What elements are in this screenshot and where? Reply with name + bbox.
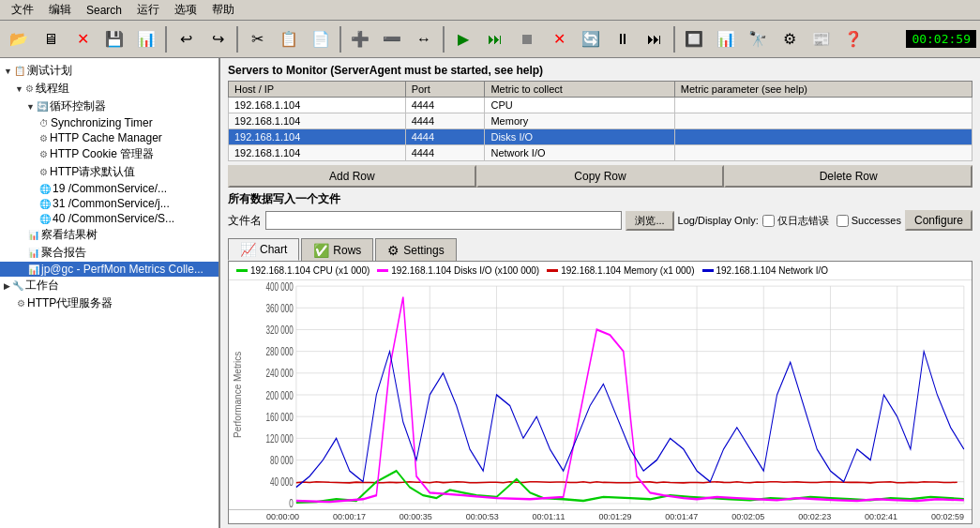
legend-label: 192.168.1.104 Network I/O <box>716 265 829 276</box>
toolbar-redo[interactable]: ↪ <box>203 24 233 54</box>
toolbar-help[interactable]: ❓ <box>838 24 868 54</box>
tree-label-14: HTTP代理服务器 <box>27 295 113 311</box>
tab-settings[interactable]: ⚙ Settings <box>375 238 456 261</box>
tree-icon-8: 🌐 <box>39 199 51 209</box>
legend-item: 192.168.1.104 Memory (x1 000) <box>547 265 694 276</box>
toolbar-remote-start[interactable]: 🔄 <box>576 24 606 54</box>
tree-icon-13: 🔧 <box>12 280 23 291</box>
tree-item-perfmon[interactable]: 📊 jp@gc - PerfMon Metrics Colle... <box>0 262 219 277</box>
menu-edit[interactable]: 编辑 <box>41 0 79 20</box>
filename-input[interactable] <box>265 211 622 230</box>
browse-button[interactable]: 浏览... <box>626 211 673 231</box>
configure-button[interactable]: Configure <box>905 210 972 231</box>
tree-item-results-tree[interactable]: 📊 察看结果树 <box>0 226 219 244</box>
tree-item-thread-group[interactable]: ▼ ⚙ 线程组 <box>0 80 219 98</box>
table-cell <box>674 113 972 129</box>
table-cell: 192.168.1.104 <box>229 113 406 129</box>
toolbar-remote-exit[interactable]: ⏭ <box>640 24 670 54</box>
toolbar-open[interactable]: 🖥 <box>36 24 66 54</box>
menu-search[interactable]: Search <box>79 2 129 19</box>
menu-help[interactable]: 帮助 <box>204 0 242 20</box>
menu-run[interactable]: 运行 <box>129 0 167 20</box>
table-row[interactable]: 192.168.1.1044444Memory <box>229 113 972 129</box>
tree-label-4: HTTP Cache Manager <box>50 131 162 144</box>
tree-icon-5: ⚙ <box>39 149 48 159</box>
tree-item-loop-controller[interactable]: ▼ 🔄 循环控制器 <box>0 98 219 115</box>
errors-label: 仅日志错误 <box>777 214 829 228</box>
toolbar-chart[interactable]: 📊 <box>711 24 741 54</box>
table-row[interactable]: 192.168.1.1044444CPU <box>229 98 972 113</box>
tree-icon-12: 📊 <box>28 264 39 275</box>
tab-chart[interactable]: 📈 Chart <box>228 238 299 261</box>
toolbar-remote-stop[interactable]: ⏸ <box>608 24 638 54</box>
table-row[interactable]: 192.168.1.1044444Disks I/O <box>229 129 972 145</box>
errors-checkbox[interactable] <box>762 215 775 227</box>
tree-item-test-plan[interactable]: ▼ 📋 测试计划 <box>0 62 219 80</box>
table-cell: 192.168.1.104 <box>229 98 406 113</box>
toolbar-start-nopause[interactable]: ⏭ <box>480 24 510 54</box>
toolbar-template[interactable]: 🔲 <box>679 24 709 54</box>
tab-rows-label: Rows <box>333 244 361 257</box>
delete-row-button[interactable]: Delete Row <box>724 165 972 188</box>
menu-options[interactable]: 选项 <box>167 0 204 20</box>
toolbar-close[interactable]: ✕ <box>68 24 98 54</box>
legend-item: 192.168.1.104 CPU (x1 000) <box>236 265 369 276</box>
tree-icon-1: ⚙ <box>25 83 34 94</box>
tab-chart-label: Chart <box>260 243 287 256</box>
toolbar-start[interactable]: ▶ <box>448 24 478 54</box>
x-tick: 00:01:11 <box>533 512 565 521</box>
successes-checkbox-label[interactable]: Successes <box>837 215 901 227</box>
tree-label-7: 19 /CommonService/... <box>53 182 167 195</box>
tab-settings-label: Settings <box>403 244 444 257</box>
add-row-button[interactable]: Add Row <box>228 165 476 188</box>
chart-svg-area: 400 000360 000320 000280 000240 000200 0… <box>247 280 972 509</box>
toolbar-remove[interactable]: ➖ <box>377 24 407 54</box>
svg-text:280 000: 280 000 <box>265 346 294 358</box>
toolbar-undo[interactable]: ↩ <box>171 24 201 54</box>
toolbar-stopnow[interactable]: ✕ <box>544 24 574 54</box>
tree-item-workbench[interactable]: ▶ 🔧 工作台 <box>0 277 219 294</box>
sep1 <box>165 26 167 53</box>
table-cell: 192.168.1.104 <box>229 145 406 161</box>
toolbar-cut[interactable]: ✂ <box>242 24 272 54</box>
chart-area: 192.168.1.104 CPU (x1 000)192.168.1.104 … <box>228 261 972 524</box>
table-cell: CPU <box>485 98 674 113</box>
tree-item-defaults[interactable]: ⚙ HTTP请求默认值 <box>0 163 219 181</box>
tree-item-req31[interactable]: 🌐 31 /CommonService/j... <box>0 196 219 211</box>
successes-checkbox[interactable] <box>837 215 849 227</box>
menubar: 文件 编辑 Search 运行 选项 帮助 <box>0 0 980 21</box>
toolbar-saveas[interactable]: 📊 <box>131 24 161 54</box>
toolbar-paste[interactable]: 📄 <box>306 24 336 54</box>
toolbar-stop[interactable]: ⏹ <box>512 24 542 54</box>
tree-item-sync-timer[interactable]: ⏱ Synchronizing Timer <box>0 115 219 130</box>
toolbar-new[interactable]: 📂 <box>4 24 34 54</box>
table-cell <box>674 145 972 161</box>
table-cell: 4444 <box>405 145 485 161</box>
toolbar-settings[interactable]: ⚙ <box>775 24 805 54</box>
expand-icon-13: ▶ <box>4 281 10 291</box>
tree-item-cache-manager[interactable]: ⚙ HTTP Cache Manager <box>0 130 219 145</box>
toolbar-find[interactable]: 🔭 <box>743 24 773 54</box>
tree-icon-6: ⚙ <box>39 167 48 177</box>
toolbar-save[interactable]: 💾 <box>99 24 129 54</box>
tree-item-aggregate[interactable]: 📊 聚合报告 <box>0 244 219 262</box>
tree-item-proxy[interactable]: ⚙ HTTP代理服务器 <box>0 294 219 312</box>
copy-row-button[interactable]: Copy Row <box>476 165 725 188</box>
table-row[interactable]: 192.168.1.1044444Network I/O <box>229 145 972 161</box>
toolbar-copy[interactable]: 📋 <box>274 24 304 54</box>
tree-item-req19[interactable]: 🌐 19 /CommonService/... <box>0 181 219 196</box>
tree-label-2: 循环控制器 <box>50 98 106 114</box>
svg-text:200 000: 200 000 <box>265 389 294 401</box>
tree-icon-2: 🔄 <box>37 101 48 112</box>
tab-rows[interactable]: ✅ Rows <box>301 238 373 261</box>
toolbar-expand[interactable]: ↔ <box>409 24 439 54</box>
errors-checkbox-label[interactable]: 仅日志错误 <box>762 214 829 228</box>
menu-file[interactable]: 文件 <box>4 0 41 20</box>
toolbar-log[interactable]: 📰 <box>807 24 837 54</box>
tree-item-req40[interactable]: 🌐 40 /CommonService/S... <box>0 211 219 226</box>
svg-text:80 000: 80 000 <box>270 455 294 467</box>
tree-label-8: 31 /CommonService/j... <box>53 197 170 210</box>
tree-item-cookie-manager[interactable]: ⚙ HTTP Cookie 管理器 <box>0 145 219 163</box>
successes-label: Successes <box>852 215 901 226</box>
toolbar-add[interactable]: ➕ <box>345 24 375 54</box>
